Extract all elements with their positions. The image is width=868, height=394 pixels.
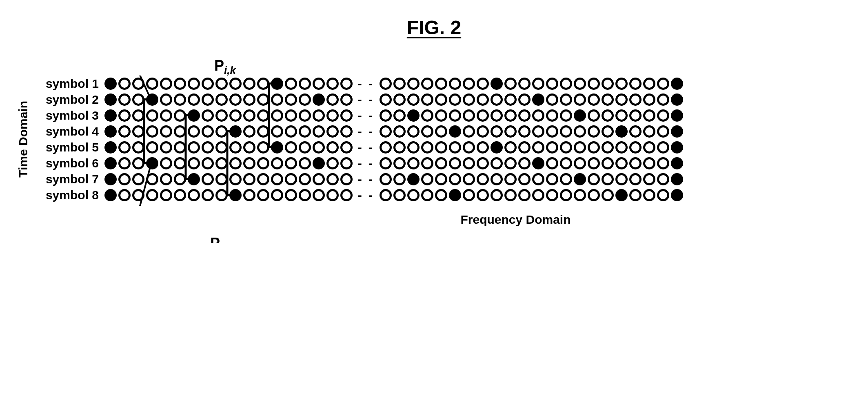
pilot-circle [146, 93, 158, 106]
data-circle [602, 157, 614, 169]
data-circle [421, 189, 433, 201]
data-circle [380, 109, 392, 122]
pilot-circle [671, 157, 683, 169]
data-circle [299, 157, 311, 169]
data-circle [393, 109, 406, 122]
data-circle [380, 141, 392, 154]
data-circle [546, 109, 558, 122]
data-circle [588, 189, 600, 201]
data-circle [407, 141, 420, 154]
data-circle [449, 173, 461, 185]
data-circle [257, 109, 269, 122]
data-circle [643, 141, 655, 154]
data-circle [421, 125, 433, 138]
data-circle [326, 141, 339, 154]
data-circle [657, 93, 669, 106]
data-circle [504, 157, 517, 169]
data-circle [532, 141, 544, 154]
data-circle [602, 78, 614, 90]
data-circle [477, 173, 489, 185]
data-circle [118, 157, 131, 169]
data-circle [202, 141, 214, 154]
data-circle [518, 173, 531, 185]
data-circle [146, 78, 158, 90]
annotation-p-i4k: Pi+4,k [210, 235, 244, 243]
data-circle [560, 141, 572, 154]
data-circle [202, 93, 214, 106]
data-circle [326, 189, 339, 201]
data-circle [257, 93, 269, 106]
symbol-label: symbol 5 [35, 140, 104, 154]
data-circle [518, 141, 531, 154]
data-circle [299, 78, 311, 90]
data-circle [546, 93, 558, 106]
data-circle [574, 157, 586, 169]
data-circle [132, 157, 144, 169]
data-circle [615, 93, 628, 106]
pilot-circle [104, 189, 117, 201]
data-circle [271, 173, 283, 185]
data-circle [215, 189, 228, 201]
symbol-cells: - - [104, 125, 684, 138]
data-circle [421, 78, 433, 90]
data-circle [615, 78, 628, 90]
data-circle [160, 189, 172, 201]
data-circle [643, 173, 655, 185]
data-circle [491, 157, 503, 169]
data-circle [602, 141, 614, 154]
data-circle [215, 125, 228, 138]
data-circle [215, 157, 228, 169]
pilot-circle [671, 173, 683, 185]
data-circle [615, 109, 628, 122]
annotation-p-ik: Pi,k [214, 57, 236, 77]
data-circle [160, 78, 172, 90]
data-circle [629, 78, 642, 90]
data-circle [602, 125, 614, 138]
pilot-circle [271, 141, 283, 154]
data-circle [407, 157, 420, 169]
data-circle [560, 157, 572, 169]
pilot-circle [313, 93, 325, 106]
data-circle [271, 125, 283, 138]
data-circle [188, 157, 200, 169]
frequency-domain-axis-label: Frequency Domain [180, 213, 852, 227]
data-circle [588, 157, 600, 169]
data-circle [340, 189, 353, 201]
data-circle [257, 141, 269, 154]
data-circle [393, 173, 406, 185]
data-circle [285, 189, 297, 201]
data-circle [313, 109, 325, 122]
data-circle [546, 78, 558, 90]
data-circle [188, 125, 200, 138]
data-circle [546, 125, 558, 138]
symbol-label: symbol 2 [35, 93, 104, 107]
data-circle [313, 141, 325, 154]
data-circle [574, 93, 586, 106]
data-circle [643, 157, 655, 169]
data-circle [449, 141, 461, 154]
data-circle [188, 189, 200, 201]
data-circle [504, 109, 517, 122]
data-circle [643, 109, 655, 122]
data-circle [229, 78, 242, 90]
data-circle [380, 93, 392, 106]
symbol-row: symbol 7- - [35, 171, 684, 187]
data-circle [340, 125, 353, 138]
symbol-label: symbol 6 [35, 156, 104, 170]
pilot-circle [188, 109, 200, 122]
data-circle [574, 189, 586, 201]
data-circle [380, 157, 392, 169]
data-circle [602, 173, 614, 185]
data-circle [504, 93, 517, 106]
data-circle [435, 78, 447, 90]
data-circle [532, 109, 544, 122]
frequency-gap-indicator: - - [353, 140, 379, 154]
data-circle [463, 125, 475, 138]
data-circle [546, 173, 558, 185]
data-circle [393, 157, 406, 169]
symbol-label: symbol 8 [35, 188, 104, 202]
data-circle [449, 93, 461, 106]
pilot-circle [146, 157, 158, 169]
data-circle [229, 173, 242, 185]
data-circle [393, 189, 406, 201]
